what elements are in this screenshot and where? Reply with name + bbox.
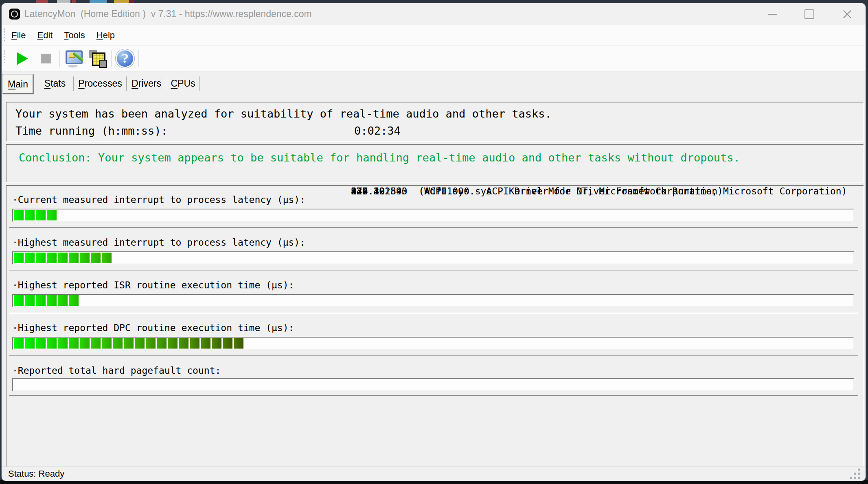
menu-item-help[interactable]: Help [96,30,115,41]
menubar-gripper[interactable] [4,28,5,42]
bar-segment [80,338,90,349]
toolbar-separator [59,50,60,67]
minimize-icon [768,14,777,15]
options-button[interactable] [85,48,109,69]
status-text: Status: Ready [8,469,64,479]
latency-bar [12,251,854,264]
bar-segment [47,210,57,220]
maximize-icon [804,9,814,19]
bar-segment [69,253,79,263]
toolbar-separator [111,50,112,67]
summary-panel: Your system has been analyzed for suitab… [6,102,864,142]
latency-bar [12,378,854,391]
bar-segment [113,338,123,349]
bar-segment [69,295,79,306]
bar-segment [14,295,24,306]
row-separator [9,355,858,356]
menu-item-tools[interactable]: Tools [64,30,85,41]
tab-bar: Main Stats Processes Drivers CPUs [2,72,866,101]
bar-segment [91,338,101,349]
app-icon [9,9,20,20]
row-separator [9,395,858,396]
stop-icon [41,54,51,63]
bar-segment [14,338,24,349]
toolbar: ? [2,46,866,72]
bar-segment [36,338,46,349]
bar-segment [201,338,210,349]
toolbar-gripper[interactable] [4,50,5,64]
conclusion-text: Conclusion: Your system appears to be su… [19,151,740,164]
row-separator [9,313,858,314]
maximize-button[interactable] [796,3,822,25]
tab-cpus[interactable]: CPUs [166,74,200,92]
metrics-panel: ·Current measured interrupt to process l… [6,185,864,467]
analyze-system-icon [64,50,83,68]
play-icon [17,52,28,65]
bar-segment [234,338,243,349]
latency-bar [12,294,854,307]
bar-segment [190,338,199,349]
time-running-label: Time running (h:mm:ss): [15,124,168,137]
analyze-button[interactable] [62,48,85,69]
metric-label: ·Highest measured interrupt to process l… [12,237,305,248]
bar-segment [124,338,134,349]
bar-segment [25,338,35,349]
toolbar-separator [138,50,139,67]
bar-segment [47,338,57,349]
bar-segment [14,210,24,220]
bar-segment [36,210,46,220]
status-bar: Status: Ready [2,467,866,481]
tab-processes[interactable]: Processes [74,74,127,92]
metric-label: ·Highest reported ISR routine execution … [12,280,294,290]
bar-segment [47,295,57,306]
menu-item-file[interactable]: File [11,30,26,41]
minimize-button[interactable] [760,3,786,25]
help-button[interactable]: ? [113,48,137,69]
bar-segment [91,253,101,263]
row-separator [9,227,858,228]
time-running-value: 0:02:34 [354,124,401,137]
window-title: LatencyMon (Home Edition ) v 7.31 - http… [24,9,312,20]
tab-stats[interactable]: Stats [36,74,74,92]
bar-segment [58,338,68,349]
tab-drivers[interactable]: Drivers [127,74,166,92]
bar-segment [157,338,167,349]
stop-button[interactable] [34,48,58,69]
tab-main[interactable]: Main [2,74,33,94]
bar-segment [146,338,156,349]
bar-segment [47,253,57,263]
close-button[interactable] [834,3,860,25]
bar-segment [58,253,68,263]
start-button[interactable] [11,48,34,69]
layers-icon [88,49,107,68]
menubar: File Edit Tools Help [2,25,866,46]
bar-segment [168,338,178,349]
bar-segment [102,338,112,349]
bar-segment [80,253,90,263]
resize-grip[interactable] [848,468,860,479]
bar-segment [58,295,68,306]
row-separator [9,270,858,271]
latencymon-window: LatencyMon (Home Edition ) v 7.31 - http… [2,3,866,481]
metric-label: ·Reported total hard pagefault count: [12,365,221,376]
bar-segment [25,210,35,220]
menu-item-edit[interactable]: Edit [37,30,53,41]
help-icon: ? [116,49,134,68]
latency-bar [12,209,854,222]
analysis-summary-text: Your system has been analyzed for suitab… [15,107,552,120]
bar-segment [212,338,221,349]
titlebar[interactable]: LatencyMon (Home Edition ) v 7.31 - http… [2,3,866,25]
metric-value: 376 [351,186,368,196]
bar-segment [69,338,79,349]
bar-segment [223,338,232,349]
bar-segment [135,338,145,349]
bar-segment [25,253,35,263]
bar-segment [102,253,112,263]
metric-value: 949.491590 (ACPI.sys - ACPI Driver for N… [351,186,723,196]
metric-label: ·Current measured interrupt to process l… [12,194,305,205]
bar-segment [179,338,189,349]
close-icon [843,10,852,19]
bar-segment [25,295,35,306]
conclusion-panel: Conclusion: Your system appears to be su… [6,144,864,183]
bar-segment [36,295,46,306]
